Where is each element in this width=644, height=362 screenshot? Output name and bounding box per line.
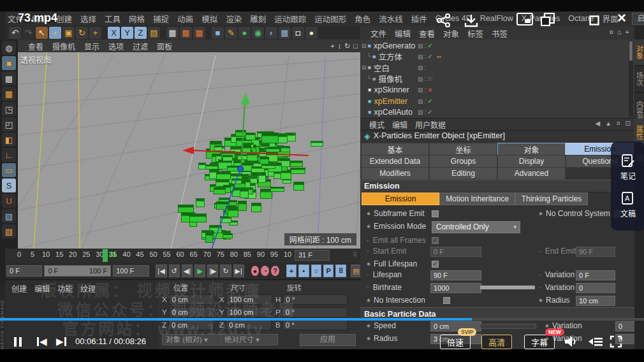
object-tree-scrollbar[interactable] <box>629 41 633 117</box>
material-menu-1[interactable]: 编辑 <box>34 283 50 294</box>
coord-value-field[interactable]: 0 ° <box>282 294 348 305</box>
object-state[interactable]: ▨:⊠ <box>418 75 433 82</box>
transcript-button[interactable]: A 文稿 <box>620 191 636 219</box>
menu-item-1[interactable]: 编辑 <box>32 13 48 25</box>
axis-z-lock-icon[interactable]: Z <box>135 27 147 39</box>
menu-item-5[interactable]: 网格 <box>129 13 145 25</box>
om-menu-1[interactable]: 编辑 <box>395 27 411 40</box>
layer-box-icon[interactable]: ▨ <box>418 54 423 60</box>
texture-mode-icon[interactable]: ▩ <box>2 71 16 85</box>
workplane-axis-icon[interactable]: ∟ <box>2 148 16 162</box>
add-cube-icon[interactable]: ■ <box>212 27 224 39</box>
prev-key-button[interactable]: ↺ <box>169 264 180 277</box>
menu-item-16[interactable]: Cycles 4D <box>435 14 472 23</box>
prev-frame-button[interactable]: ◀| <box>182 264 193 277</box>
next-key-button[interactable]: ↻ <box>220 264 231 277</box>
coord-value-field[interactable]: 0 ° <box>282 307 348 317</box>
object-state[interactable]: ▨:✓ <box>418 98 433 105</box>
range-start-field[interactable]: 0 F <box>6 265 42 277</box>
playlist-icon[interactable] <box>588 336 603 347</box>
key-position-toggle[interactable]: + <box>286 264 296 277</box>
layout-selector[interactable]: 启动—(用户) <box>632 13 644 25</box>
expand-icon[interactable]: ⊟ <box>362 43 367 49</box>
maximize-view-icon[interactable]: □ <box>353 42 358 50</box>
autokey-button[interactable]: ◔ <box>261 266 269 276</box>
layer-box-icon[interactable]: ▨ <box>418 98 423 105</box>
coord-value-field[interactable]: 100 cm <box>226 294 272 305</box>
viewport-menu-1[interactable]: 摄像机 <box>52 41 75 52</box>
viewport-menu-0[interactable]: 查看 <box>28 41 43 52</box>
param-value-field[interactable]: 90 F <box>576 247 615 257</box>
coord-value-field[interactable]: 0 cm <box>169 307 215 317</box>
light-icon[interactable]: ● <box>305 27 318 39</box>
menu-item-2[interactable]: 创建 <box>56 13 72 25</box>
enable-state-icon[interactable]: ✓ <box>427 53 432 60</box>
menu-item-3[interactable]: 选择 <box>80 13 96 25</box>
viewport[interactable]: 查看摄像机显示选项过滤面板 +↕↻□ 透视视图 网格间距 : 100 cm <box>18 40 360 249</box>
om-home-icon[interactable]: ⌂ <box>617 28 622 36</box>
deformer-icon[interactable]: ◗ <box>265 27 277 39</box>
quality-button[interactable]: 高清 <box>481 335 512 349</box>
param-value-field[interactable]: 1000 <box>430 283 481 293</box>
polygons-mode-icon[interactable]: ◧ <box>2 133 16 147</box>
attr-tab-Editing[interactable]: Editing <box>429 167 497 180</box>
axis-x-lock-icon[interactable]: X <box>108 27 120 39</box>
object-state[interactable]: ▨:✓ <box>418 108 433 115</box>
move-tool-icon[interactable]: + <box>49 27 61 39</box>
attr-back-icon[interactable]: ◀ <box>595 120 600 127</box>
goto-start-button[interactable]: |◀ <box>156 264 166 277</box>
menu-item-0[interactable]: 文件 <box>8 13 24 25</box>
param-value-field[interactable]: 0 <box>576 283 615 293</box>
coord-system-icon[interactable]: ▤ <box>148 27 160 39</box>
attr-tab-对象[interactable]: 对象 <box>497 143 566 156</box>
menu-item-7[interactable]: 动画 <box>177 13 193 25</box>
locked-workplane-icon[interactable]: ▧ <box>2 224 16 238</box>
pan-view-icon[interactable]: + <box>330 42 334 50</box>
playhead[interactable] <box>103 249 108 262</box>
timeline-ruler[interactable]: 0510152025303540455055606570758085909510… <box>5 249 360 263</box>
points-mode-icon[interactable]: ◳ <box>2 102 16 116</box>
prev-video-button[interactable]: ◀ <box>37 336 47 347</box>
expand-icon[interactable]: ⊟ <box>362 64 367 71</box>
attr-lock-icon[interactable]: ⊡ <box>626 120 631 127</box>
pause-button[interactable] <box>14 337 22 347</box>
axis-y-lock-icon[interactable]: Y <box>121 27 133 39</box>
attr-search-icon[interactable]: ¤ <box>617 120 620 127</box>
zoom-view-icon[interactable]: ↕ <box>338 42 342 50</box>
tag-dots-icon[interactable]: ●● <box>437 55 441 59</box>
select-tool-icon[interactable]: ↖ <box>36 27 48 39</box>
layer-box-icon[interactable]: ▨ <box>418 76 423 82</box>
attr-tab-Modifiers[interactable]: Modifiers <box>361 167 429 180</box>
mograph-icon[interactable]: ◉ <box>252 27 264 39</box>
key-scale-toggle[interactable]: ▪ <box>298 264 309 277</box>
goto-end-button[interactable]: ▶| <box>233 264 244 277</box>
coord-value-field[interactable]: 100 cm <box>226 307 272 317</box>
last-tool-icon[interactable]: + <box>89 27 101 39</box>
object-tree-item-xpCellAuto[interactable]: ■xpCellAuto▨:✓ <box>360 106 634 117</box>
object-tree-item-摄像机[interactable]: └■摄像机▨:⊠ <box>360 73 634 84</box>
key-pla-toggle[interactable]: ⠿ <box>335 264 346 277</box>
enable-state-icon[interactable]: ⊠ <box>427 75 432 82</box>
param-value-field[interactable]: 0 F <box>430 247 481 257</box>
volume-icon[interactable] <box>564 335 578 348</box>
close-icon[interactable]: × <box>617 9 626 27</box>
current-frame-field[interactable]: 31 F <box>295 250 330 261</box>
viewport-menu-4[interactable]: 过滤 <box>133 41 148 52</box>
emission-subtab-0[interactable]: Emission <box>362 192 439 205</box>
next-frame-button[interactable]: |▶ <box>207 264 218 277</box>
keyframe-selection-button[interactable]: ? <box>271 266 279 276</box>
om-menu-0[interactable]: 文件 <box>370 27 386 40</box>
attr-menu-1[interactable]: 编辑 <box>392 119 407 130</box>
attr-up-icon[interactable]: ▲ <box>605 120 611 127</box>
enable-state-icon[interactable]: ✓ <box>427 98 432 105</box>
menu-item-19[interactable]: Octane <box>568 14 594 23</box>
object-tree-item-立方体[interactable]: └■立方体▨:✓●● <box>360 51 634 62</box>
scale-tool-icon[interactable]: ▣ <box>62 27 75 39</box>
render-view-icon[interactable]: ▦ <box>166 27 179 39</box>
undo-icon[interactable]: ↶ <box>9 27 21 39</box>
object-tree-item-xpSkinner[interactable]: ■xpSkinner▨:✕ <box>360 85 634 96</box>
object-tree-item-xpEmitter[interactable]: ■xpEmitter▨:✓ <box>360 96 634 106</box>
object-state[interactable]: ▨:✓●● <box>418 53 441 60</box>
enable-state-icon[interactable]: ✓ <box>427 108 432 115</box>
om-add-icon[interactable]: + <box>626 28 629 36</box>
